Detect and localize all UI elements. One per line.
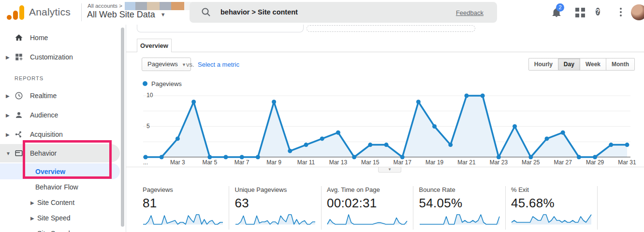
chart-canvas [143,93,632,165]
help-button[interactable]: ? [596,7,600,17]
reports-heading: REPORTS [0,67,126,86]
stat-divider [505,186,506,230]
stat-divider [413,186,413,230]
chart-legend: Pageviews [143,80,182,87]
x-axis-tick: Mar 27 [548,159,577,166]
sidebar-item-label: Overview [35,168,65,175]
sidebar-item-realtime[interactable]: ▶ Realtime [0,86,126,105]
search-bar[interactable]: behavior > Site content Feedback [190,2,497,23]
apps-grid-icon[interactable] [575,8,585,17]
sidebar-scrollbar[interactable] [121,28,124,227]
collapse-arrow-icon: ▼ [6,151,11,156]
x-axis-tick: Mar 31 [613,159,642,166]
more-vert-icon[interactable] [620,8,622,18]
header-divider [81,3,82,21]
stat-label: Avg. Time on Page [327,186,414,193]
sidebar-item-audience[interactable]: ▶ Audience [0,105,126,125]
main-content: Overview Pageviews ▼ vs. Select a metric… [126,25,644,232]
stat-divider [229,186,229,230]
expand-arrow-icon: ▶ [6,132,10,137]
stat-sparkline [511,213,592,226]
sidebar-item-site-speed[interactable]: ▶ Site Speed [0,210,126,226]
metric-dropdown[interactable]: Pageviews ▼ [142,58,191,71]
x-axis-tick: Mar 15 [356,159,385,166]
legend-dot-icon [143,81,147,86]
sidebar-item-acquisition[interactable]: ▶ Acquisition [0,125,126,144]
avatar[interactable] [631,4,644,20]
x-axis-tick: Mar 9 [260,159,289,166]
vs-label: vs. [186,61,194,68]
pageviews-line-chart[interactable]: 510...Mar 3Mar 5Mar 7Mar 9Mar 11Mar 13Ma… [143,93,632,192]
accounts-breadcrumb-label: All accounts > [88,3,122,9]
customization-icon [15,53,23,61]
tab-strip [126,52,644,52]
tab-overview[interactable]: Overview [137,39,172,52]
home-icon [15,33,23,42]
sidebar-item-site-content[interactable]: ▶ Site Content [0,195,126,210]
y-axis-tick: 10 [146,92,153,99]
sidebar-item-label: Behavior [30,149,57,157]
accounts-breadcrumb[interactable]: All accounts > [88,2,201,10]
property-selector[interactable]: All Web Site Data ▼ [87,10,166,20]
sidebar-item-label: Site Speed [37,214,71,222]
search-icon [201,7,211,19]
sidebar-item-behavior[interactable]: ▼ Behavior [0,144,120,162]
expand-arrow-icon: ▶ [30,200,34,205]
stat-sparkline [419,213,500,226]
analytics-app: Analytics All accounts > All Web Site Da… [0,0,644,232]
x-axis-tick: Mar 19 [420,159,449,166]
stat-sparkline [327,213,408,226]
acquisition-icon [15,130,23,139]
x-axis-tick: Mar 11 [292,159,321,166]
expand-arrow-icon: ▶ [6,55,10,60]
x-axis-tick: Mar 7 [227,159,256,166]
granularity-month-button[interactable]: Month [606,58,635,71]
stat-sparkline [235,213,316,226]
sidebar-item-site-search[interactable]: ▶ Site Search [0,226,126,232]
audience-icon [15,111,23,119]
stat-card-pageviews[interactable]: Pageviews81 [143,186,230,226]
stat-label: % Exit [511,186,598,193]
granularity-week-button[interactable]: Week [580,58,606,71]
select-metric-link[interactable]: Select a metric [198,61,239,68]
chevron-down-icon: ▼ [161,12,166,17]
metric-dropdown-value: Pageviews [147,60,178,68]
sidebar-item-home[interactable]: Home [0,28,126,47]
stat-sparkline [143,213,223,226]
realtime-icon [15,91,23,100]
stat-card-bounce-rate[interactable]: Bounce Rate54.05% [419,186,506,226]
x-axis-tick: Mar 17 [388,159,417,166]
stat-divider [321,186,322,230]
x-axis-tick: Mar 5 [195,159,224,166]
sidebar-item-label: Realtime [30,92,57,100]
stat-card--exit[interactable]: % Exit45.68% [511,186,598,226]
collapse-chart-tab[interactable]: ▼ [378,167,401,173]
sidebar-item-customization[interactable]: ▶ Customization [0,47,126,67]
feedback-link[interactable]: Feedback [456,9,483,16]
stat-value: 54.05% [419,196,506,211]
stat-value: 00:02:31 [327,196,414,211]
x-axis-tick: Mar 21 [452,159,481,166]
sidebar-item-overview-selected[interactable]: Overview [0,163,120,179]
analytics-logo-icon[interactable] [7,4,25,21]
granularity-hourly-button[interactable]: Hourly [528,58,558,71]
notification-count-badge: 2 [556,3,564,12]
sidebar-item-behavior-flow[interactable]: Behavior Flow [0,179,126,195]
stat-card-avg-time-on-page[interactable]: Avg. Time on Page00:02:31 [327,186,414,226]
sidebar-item-label: Acquisition [30,130,63,138]
search-input-value[interactable]: behavior > Site content [220,8,298,16]
stat-value: 81 [143,196,230,211]
legend-label: Pageviews [151,80,182,87]
stat-card-unique-pageviews[interactable]: Unique Pageviews63 [235,186,322,226]
granularity-day-button[interactable]: Day [558,58,580,71]
summary-stats-row: Pageviews81Unique Pageviews63Avg. Time o… [126,186,644,232]
expand-arrow-icon: ▶ [30,216,34,221]
behavior-icon [15,149,23,158]
y-axis-tick: 5 [146,123,150,130]
notifications-button[interactable]: 2 [551,7,562,20]
x-axis-tick: ... [131,159,160,166]
x-axis-tick: Mar 23 [484,159,513,166]
granularity-button-group: Hourly Day Week Month [528,58,635,71]
stat-label: Pageviews [143,186,230,193]
app-header: Analytics All accounts > All Web Site Da… [0,0,644,25]
